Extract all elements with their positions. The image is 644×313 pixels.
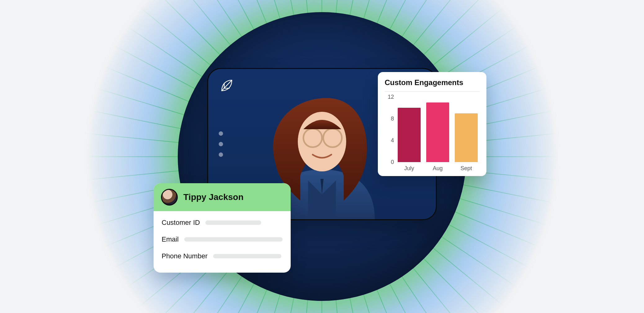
dot-icon: [219, 131, 223, 136]
profile-field-row: Customer ID: [162, 214, 283, 231]
profile-field-label: Email: [162, 235, 179, 243]
chart-plot: [396, 97, 480, 162]
profile-field-label: Phone Number: [162, 252, 208, 260]
device-side-dots: [219, 131, 223, 157]
chart-bar: [398, 108, 421, 162]
chart-x-axis: JulyAugSept: [396, 162, 480, 172]
chart-y-axis: 12840: [385, 97, 394, 162]
profile-body: Customer IDEmailPhone Number: [154, 211, 291, 273]
engagements-chart-card: Custom Engagements 12840 JulyAugSept: [378, 72, 486, 176]
placeholder-bar: [184, 237, 283, 242]
profile-card: Tippy Jackson Customer IDEmailPhone Numb…: [154, 183, 291, 273]
chart-area: 12840 JulyAugSept: [385, 92, 480, 172]
x-tick-label: Sept: [455, 165, 478, 172]
marketing-illustration: Custom Engagements 12840 JulyAugSept Tip…: [0, 0, 644, 313]
profile-field-row: Phone Number: [162, 248, 283, 265]
placeholder-bar: [213, 254, 281, 258]
y-tick-label: 12: [388, 94, 394, 100]
dot-icon: [219, 152, 223, 157]
chart-title: Custom Engagements: [385, 78, 480, 92]
placeholder-bar: [205, 220, 261, 225]
profile-name: Tippy Jackson: [183, 192, 244, 202]
leaf-icon: [219, 78, 235, 94]
y-tick-label: 4: [391, 137, 394, 144]
profile-field-label: Customer ID: [162, 219, 200, 227]
chart-bar: [455, 113, 478, 162]
dot-icon: [219, 142, 223, 146]
profile-field-row: Email: [162, 231, 283, 248]
y-tick-label: 8: [391, 116, 394, 122]
x-tick-label: Aug: [426, 165, 449, 172]
profile-header: Tippy Jackson: [154, 183, 291, 211]
y-tick-label: 0: [391, 159, 394, 166]
avatar: [161, 189, 178, 206]
x-tick-label: July: [398, 165, 421, 172]
chart-bar: [426, 102, 449, 162]
